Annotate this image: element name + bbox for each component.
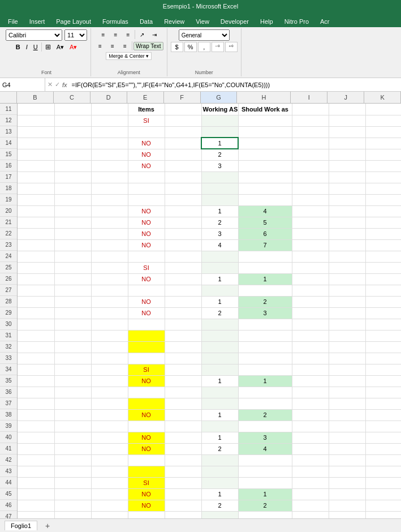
table-cell[interactable]	[365, 149, 401, 160]
col-header-E[interactable]: E	[127, 92, 164, 103]
table-cell[interactable]	[91, 477, 128, 488]
insert-function-icon[interactable]: fx	[62, 81, 67, 88]
table-cell[interactable]	[201, 466, 238, 477]
table-cell[interactable]	[329, 285, 365, 296]
table-cell[interactable]	[365, 104, 401, 115]
font-color-button[interactable]: A▾	[67, 42, 79, 52]
table-cell[interactable]	[201, 194, 238, 205]
table-cell[interactable]: 7	[238, 239, 292, 251]
table-cell[interactable]	[54, 387, 91, 398]
table-cell[interactable]	[128, 454, 165, 466]
table-cell[interactable]: 4	[238, 443, 292, 454]
table-cell[interactable]	[365, 171, 401, 183]
row-header[interactable]: 36	[0, 387, 17, 398]
table-cell[interactable]: NO	[128, 488, 165, 500]
table-cell[interactable]	[54, 126, 91, 138]
table-cell[interactable]	[329, 160, 365, 171]
table-cell[interactable]	[165, 183, 201, 194]
table-cell[interactable]	[292, 171, 329, 183]
table-cell[interactable]	[292, 409, 329, 421]
table-cell[interactable]	[91, 149, 128, 160]
table-cell[interactable]	[292, 341, 329, 353]
table-cell[interactable]	[329, 421, 365, 432]
table-cell[interactable]	[292, 387, 329, 398]
table-cell[interactable]	[238, 160, 292, 171]
table-cell[interactable]	[329, 375, 365, 387]
col-header-C[interactable]: C	[54, 92, 90, 103]
table-cell[interactable]	[18, 477, 54, 488]
table-cell[interactable]: 3	[201, 160, 238, 171]
font-size-selector[interactable]: 11	[64, 29, 87, 41]
table-cell[interactable]	[54, 421, 91, 432]
table-cell[interactable]	[54, 398, 91, 409]
table-cell[interactable]	[201, 421, 238, 432]
table-cell[interactable]	[201, 387, 238, 398]
table-cell[interactable]	[238, 149, 292, 160]
table-cell[interactable]	[18, 454, 54, 466]
table-cell[interactable]	[238, 341, 292, 353]
align-top-left[interactable]: ≡	[97, 29, 109, 40]
table-cell[interactable]	[292, 104, 329, 115]
row-header[interactable]: 31	[0, 330, 17, 341]
table-cell[interactable]	[91, 171, 128, 183]
table-cell[interactable]	[292, 477, 329, 488]
tab-data[interactable]: Data	[134, 16, 158, 27]
tab-page-layout[interactable]: Page Layout	[50, 16, 97, 27]
table-cell[interactable]: 4	[238, 205, 292, 217]
col-header-D[interactable]: D	[90, 92, 127, 103]
row-header[interactable]: 29	[0, 307, 17, 319]
tab-developer[interactable]: Developer	[215, 16, 255, 27]
table-cell[interactable]	[165, 330, 201, 341]
table-cell[interactable]	[91, 319, 128, 330]
table-cell[interactable]: 1	[201, 409, 238, 421]
table-cell[interactable]	[165, 500, 201, 511]
table-cell[interactable]	[329, 171, 365, 183]
corner-cell[interactable]	[0, 92, 17, 103]
table-cell[interactable]	[292, 115, 329, 126]
table-cell[interactable]	[128, 398, 165, 409]
table-cell[interactable]	[54, 104, 91, 115]
table-cell[interactable]: SI	[128, 477, 165, 488]
table-cell[interactable]	[292, 500, 329, 511]
table-cell[interactable]	[201, 183, 238, 194]
row-header[interactable]: 13	[0, 126, 17, 138]
row-header[interactable]: 46	[0, 500, 17, 511]
table-cell[interactable]	[238, 330, 292, 341]
table-cell[interactable]	[128, 330, 165, 341]
table-cell[interactable]	[329, 466, 365, 477]
table-cell[interactable]	[91, 330, 128, 341]
table-cell[interactable]: 1	[238, 273, 292, 285]
table-cell[interactable]	[91, 296, 128, 307]
table-cell[interactable]	[54, 466, 91, 477]
table-cell[interactable]: 4	[201, 239, 238, 251]
row-header[interactable]: 25	[0, 262, 17, 273]
table-cell[interactable]	[201, 341, 238, 353]
table-cell[interactable]: NO	[128, 138, 165, 149]
table-cell[interactable]	[165, 319, 201, 330]
table-cell[interactable]	[201, 126, 238, 138]
table-cell[interactable]	[329, 364, 365, 375]
table-cell[interactable]: NO	[128, 205, 165, 217]
table-cell[interactable]	[292, 353, 329, 364]
table-cell[interactable]	[329, 273, 365, 285]
align-center[interactable]: ≡	[107, 41, 118, 51]
table-cell[interactable]	[18, 115, 54, 126]
tab-insert[interactable]: Insert	[24, 16, 51, 27]
align-right[interactable]: ≡	[119, 41, 131, 51]
table-cell[interactable]	[54, 341, 91, 353]
table-cell[interactable]	[128, 466, 165, 477]
table-cell[interactable]	[201, 115, 238, 126]
table-cell[interactable]	[329, 138, 365, 149]
table-cell[interactable]	[329, 183, 365, 194]
tab-view[interactable]: View	[190, 16, 215, 27]
table-cell[interactable]	[292, 285, 329, 296]
table-cell[interactable]	[365, 228, 401, 239]
table-cell[interactable]	[165, 251, 201, 262]
table-cell[interactable]	[91, 500, 128, 511]
row-header[interactable]: 28	[0, 296, 17, 307]
table-cell[interactable]	[128, 251, 165, 262]
table-cell[interactable]	[365, 432, 401, 443]
row-header[interactable]: 37	[0, 398, 17, 409]
table-cell[interactable]: 3	[201, 228, 238, 239]
table-cell[interactable]	[365, 160, 401, 171]
